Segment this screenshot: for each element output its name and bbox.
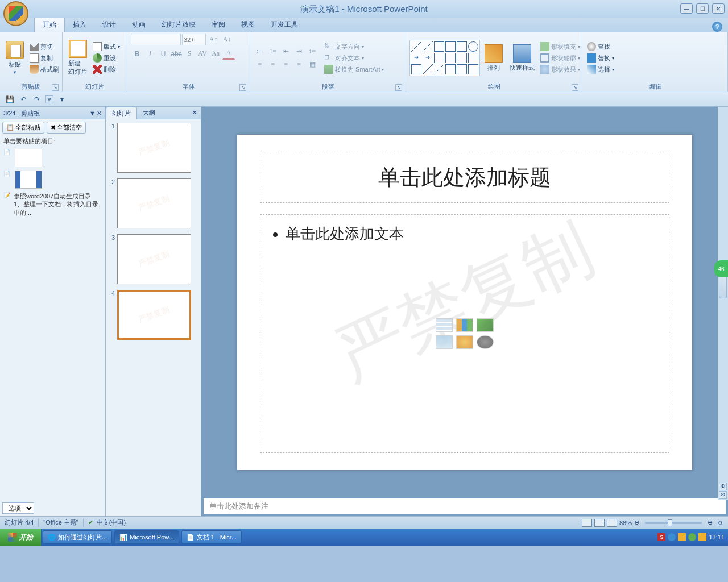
tab-slideshow[interactable]: 幻灯片放映 <box>154 18 204 32</box>
outdent-button[interactable]: ⇤ <box>280 45 292 57</box>
side-badge[interactable]: 46 <box>714 260 728 277</box>
clipboard-pane-dropdown[interactable]: ▼ <box>89 110 96 117</box>
text-direction-button[interactable]: ⇅文字方向▾ <box>323 41 385 52</box>
shadow-button[interactable]: S <box>183 48 196 60</box>
insert-media-icon[interactable] <box>477 335 494 349</box>
tab-review[interactable]: 审阅 <box>204 18 233 32</box>
normal-view-button[interactable] <box>582 519 592 527</box>
tab-insert[interactable]: 插入 <box>65 18 94 32</box>
insert-picture-icon[interactable] <box>436 335 453 349</box>
tab-design[interactable]: 设计 <box>94 18 124 32</box>
grow-font-button[interactable]: A↑ <box>207 34 220 45</box>
insert-clipart-icon[interactable] <box>456 335 473 349</box>
arrange-button[interactable]: 排列 <box>482 43 505 73</box>
align-text-button[interactable]: ⊟对齐文本▾ <box>323 53 385 63</box>
clipboard-item[interactable]: 📄 <box>3 171 102 189</box>
sorter-view-button[interactable] <box>594 519 605 527</box>
qat-customize-button[interactable]: ▾ <box>57 94 67 105</box>
clipboard-options[interactable]: 选项 <box>2 502 34 514</box>
strike-button[interactable]: abc <box>170 48 183 60</box>
align-left-button[interactable]: ≡ <box>254 59 266 70</box>
tab-animation[interactable]: 动画 <box>124 18 154 32</box>
align-center-button[interactable]: ≡ <box>267 59 279 70</box>
notes-pane[interactable]: 单击此处添加备注 <box>204 498 726 514</box>
slide-canvas[interactable]: 严禁复制 单击此处添加标题 单击此处添加文本 <box>237 135 692 470</box>
prev-slide-button[interactable]: ⦿ <box>719 483 727 490</box>
slide-thumb-3[interactable]: 严禁复制 <box>117 234 191 284</box>
zoom-out-button[interactable]: ⊖ <box>634 519 639 526</box>
bullets-button[interactable]: ≔ <box>254 45 266 57</box>
clipboard-item[interactable]: 📄 <box>3 149 102 167</box>
status-language[interactable]: 中文(中国) <box>97 518 126 527</box>
convert-smartart-button[interactable]: 转换为 SmartArt▾ <box>323 64 385 74</box>
save-button[interactable]: 💾 <box>5 94 15 105</box>
qat-more-button[interactable]: # <box>46 95 53 103</box>
tray-clock[interactable]: 13:11 <box>709 534 725 541</box>
find-button[interactable]: 查找 <box>586 41 615 52</box>
minimize-button[interactable]: — <box>680 3 693 14</box>
shrink-font-button[interactable]: A↓ <box>221 34 233 45</box>
font-color-button[interactable]: A <box>222 48 235 60</box>
shape-fill-button[interactable]: 形状填充▾ <box>539 41 581 52</box>
task-item[interactable]: 🌐如何通过幻灯片... <box>43 530 112 544</box>
fit-window-button[interactable]: ⛋ <box>717 519 723 526</box>
quick-styles-button[interactable]: 快速样式 <box>507 43 537 73</box>
clipboard-pane-close[interactable]: ✕ <box>97 110 102 117</box>
new-slide-button[interactable]: 新建 幻灯片 <box>66 39 89 77</box>
zoom-in-button[interactable]: ⊕ <box>708 519 713 526</box>
clipboard-item[interactable]: 📝参照word2007自动生成目录 1、整理一下文档，将插入目录中的... <box>3 192 102 217</box>
copy-button[interactable]: 复制 <box>28 53 60 63</box>
task-item[interactable]: 📊Microsoft Pow... <box>114 530 179 544</box>
tray-ime-icon[interactable]: S <box>657 533 665 541</box>
slide-pane-close[interactable]: ✕ <box>188 107 201 119</box>
tab-developer[interactable]: 开发工具 <box>263 18 306 32</box>
next-slide-button[interactable]: ⦿ <box>719 491 727 499</box>
indent-button[interactable]: ⇥ <box>293 45 305 57</box>
layout-button[interactable]: 版式▾ <box>92 41 121 52</box>
font-size-combo[interactable] <box>182 34 206 45</box>
font-family-combo[interactable] <box>131 34 181 45</box>
tray-icon[interactable] <box>688 533 696 541</box>
slide-thumb-2[interactable]: 严禁复制 <box>117 178 191 228</box>
vertical-scrollbar[interactable]: ⦿ ⦿ <box>718 107 728 500</box>
tab-slides[interactable]: 幻灯片 <box>106 107 137 119</box>
clipboard-launcher[interactable]: ↘ <box>52 84 59 91</box>
tray-shield-icon[interactable] <box>698 533 706 541</box>
maximize-button[interactable]: ☐ <box>696 3 709 14</box>
italic-button[interactable]: I <box>144 48 156 60</box>
slideshow-view-button[interactable] <box>607 519 617 527</box>
insert-table-icon[interactable] <box>436 318 453 332</box>
reset-button[interactable]: 重设 <box>92 53 121 63</box>
insert-chart-icon[interactable] <box>456 318 473 332</box>
paragraph-launcher[interactable]: ↘ <box>395 84 402 91</box>
tab-outline[interactable]: 大纲 <box>137 107 161 119</box>
close-button[interactable]: ✕ <box>712 3 725 14</box>
zoom-slider[interactable] <box>645 522 702 524</box>
drawing-launcher[interactable]: ↘ <box>572 84 578 91</box>
title-placeholder[interactable]: 单击此处添加标题 <box>260 152 669 203</box>
shape-gallery[interactable] <box>410 40 480 76</box>
cut-button[interactable]: 剪切 <box>28 41 60 52</box>
replace-button[interactable]: 替换▾ <box>586 53 615 63</box>
slide-thumb-1[interactable]: 严禁复制 <box>117 123 191 173</box>
tray-icon[interactable] <box>668 533 676 541</box>
content-placeholder[interactable]: 单击此处添加文本 <box>260 214 669 453</box>
spacing-button[interactable]: AV <box>196 48 209 60</box>
tab-view[interactable]: 视图 <box>233 18 263 32</box>
paste-all-button[interactable]: 📋全部粘贴 <box>2 122 44 134</box>
undo-button[interactable]: ↶ <box>18 94 28 105</box>
tab-home[interactable]: 开始 <box>34 17 65 32</box>
task-item[interactable]: 📄文档 1 - Micr... <box>181 530 242 544</box>
select-button[interactable]: 选择▾ <box>586 64 615 74</box>
format-painter-button[interactable]: 格式刷 <box>28 64 60 74</box>
insert-smartart-icon[interactable] <box>477 318 494 332</box>
start-button[interactable]: 开始 <box>0 529 42 546</box>
redo-button[interactable]: ↷ <box>32 94 42 105</box>
shape-effects-button[interactable]: 形状效果▾ <box>539 64 581 74</box>
justify-button[interactable]: ≡ <box>293 59 305 70</box>
underline-button[interactable]: U <box>157 48 169 60</box>
align-right-button[interactable]: ≡ <box>280 59 292 70</box>
paste-button[interactable]: 粘贴 ▼ <box>3 40 26 76</box>
slide-thumb-4[interactable]: 严禁复制 <box>117 290 191 340</box>
columns-button[interactable]: ▦ <box>306 59 318 70</box>
